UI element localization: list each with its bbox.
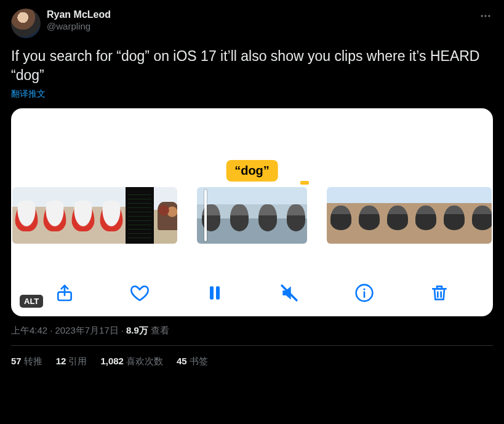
tweet-time[interactable]: 上午4:42 bbox=[11, 325, 47, 335]
timeline-frame bbox=[12, 187, 41, 244]
share-icon bbox=[55, 283, 74, 303]
pause-button[interactable] bbox=[205, 283, 225, 303]
tweet-text: If you search for “dog” on iOS 17 it’ll … bbox=[11, 47, 493, 85]
views-count[interactable]: 8.9万 bbox=[126, 325, 148, 335]
stat-likes[interactable]: 1,082喜欢次数 bbox=[100, 356, 163, 367]
tweet-stats: 57转推 12引用 1,082喜欢次数 45书签 bbox=[11, 346, 493, 367]
share-button[interactable] bbox=[55, 283, 74, 303]
pause-icon bbox=[205, 283, 225, 303]
timeline-frame bbox=[126, 187, 154, 244]
heart-icon bbox=[130, 283, 150, 303]
timeline-frame bbox=[327, 187, 355, 244]
tweet: Ryan McLeod @warpling If you search for … bbox=[0, 0, 504, 367]
timeline-frame bbox=[412, 187, 440, 244]
tweet-header: Ryan McLeod @warpling bbox=[11, 9, 493, 38]
clip-group[interactable] bbox=[327, 187, 492, 244]
stat-bookmarks[interactable]: 45书签 bbox=[177, 356, 208, 367]
translate-link[interactable]: 翻译推文 bbox=[11, 89, 46, 100]
clip-group[interactable] bbox=[12, 187, 177, 244]
svg-rect-5 bbox=[216, 286, 220, 299]
timeline-frame bbox=[154, 187, 177, 244]
views-label: 查看 bbox=[151, 325, 169, 335]
timeline-frame bbox=[282, 187, 307, 244]
stat-quotes[interactable]: 12引用 bbox=[56, 356, 87, 367]
svg-point-1 bbox=[484, 15, 486, 17]
timeline-frame bbox=[41, 187, 69, 244]
svg-point-9 bbox=[364, 288, 366, 290]
clip-group-active[interactable] bbox=[197, 187, 307, 244]
more-button[interactable] bbox=[476, 6, 495, 28]
timeline-frame bbox=[468, 187, 492, 244]
trash-icon bbox=[430, 283, 449, 303]
timeline-frame bbox=[69, 187, 97, 244]
info-icon bbox=[354, 283, 374, 303]
speaker-muted-icon bbox=[279, 283, 299, 303]
handle[interactable]: @warpling bbox=[47, 21, 111, 33]
media-toolbar bbox=[11, 283, 493, 303]
svg-point-2 bbox=[488, 15, 490, 17]
svg-point-0 bbox=[481, 15, 483, 17]
info-button[interactable] bbox=[354, 283, 374, 303]
timeline-frame bbox=[440, 187, 468, 244]
video-timeline[interactable] bbox=[11, 187, 493, 244]
stat-retweets[interactable]: 57转推 bbox=[11, 356, 42, 367]
timeline-frame bbox=[355, 187, 383, 244]
timeline-frame bbox=[225, 187, 254, 244]
timeline-frame bbox=[97, 187, 126, 244]
avatar[interactable] bbox=[11, 9, 41, 38]
search-term-tag: “dog” bbox=[226, 160, 278, 182]
like-button[interactable] bbox=[130, 283, 150, 303]
timeline-frame bbox=[197, 187, 225, 244]
timeline-frame bbox=[383, 187, 412, 244]
tweet-meta: 上午4:42·2023年7月17日·8.9万 查看 bbox=[11, 325, 493, 337]
svg-rect-4 bbox=[210, 286, 214, 299]
playhead-marker bbox=[300, 181, 309, 185]
display-name[interactable]: Ryan McLeod bbox=[47, 9, 111, 21]
mute-button[interactable] bbox=[279, 283, 299, 303]
delete-button[interactable] bbox=[430, 283, 449, 303]
tweet-date[interactable]: 2023年7月17日 bbox=[55, 325, 118, 335]
media-attachment[interactable]: “dog” bbox=[11, 108, 493, 316]
alt-badge[interactable]: ALT bbox=[20, 295, 43, 308]
timeline-frame bbox=[254, 187, 282, 244]
